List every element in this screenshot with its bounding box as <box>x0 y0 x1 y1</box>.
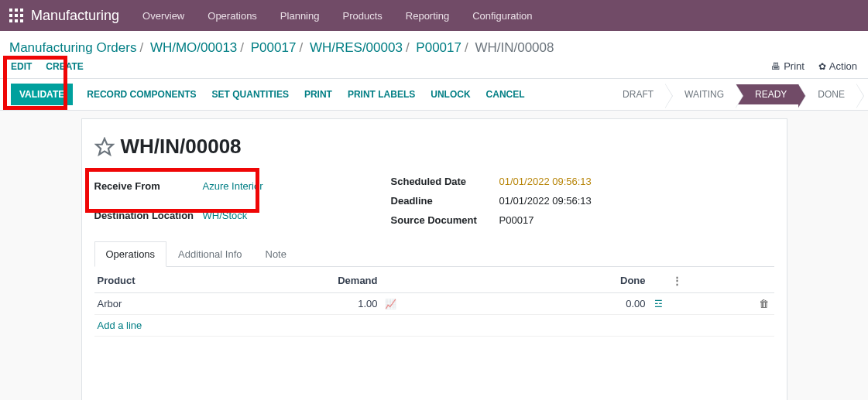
cell-product: Arbor <box>94 293 235 315</box>
tab-operations[interactable]: Operations <box>94 241 167 267</box>
print-label: Print <box>784 60 805 72</box>
th-demand: Demand <box>235 268 380 293</box>
app-title[interactable]: Manufacturing <box>31 8 119 24</box>
breadcrumb-current: WH/IN/00008 <box>475 40 554 55</box>
action-dropdown[interactable]: ✿Action <box>818 60 857 72</box>
breadcrumb: Manufacturing Orders/ WH/MO/00013/ P0001… <box>0 31 868 59</box>
print-button[interactable]: PRINT <box>304 89 332 100</box>
th-graph <box>381 268 401 293</box>
form-background: WH/IN/00008 Receive From Azure Interior … <box>0 111 868 400</box>
graph-icon: 📈 <box>385 299 396 309</box>
receive-from-value[interactable]: Azure Interior <box>203 180 263 192</box>
action-label: Action <box>829 60 857 72</box>
svg-rect-4 <box>15 14 18 17</box>
table-header-row: Product Demand Done ⋮ <box>94 268 774 293</box>
status-draft[interactable]: DRAFT <box>612 84 666 104</box>
top-menu: Overview Operations Planning Products Re… <box>142 10 532 22</box>
th-optional[interactable]: ⋮ <box>669 268 754 293</box>
apps-icon[interactable] <box>9 9 23 22</box>
breadcrumb-sep: / <box>465 40 468 55</box>
tabs: Operations Additional Info Note <box>94 241 774 267</box>
menu-configuration[interactable]: Configuration <box>472 10 532 22</box>
add-line-row[interactable]: Add a line <box>94 315 774 337</box>
edit-button[interactable]: EDIT <box>11 61 32 72</box>
status-bar: DRAFT WAITING READY DONE <box>612 84 857 104</box>
breadcrumb-item[interactable]: P00017 <box>416 40 461 55</box>
dest-location-value[interactable]: WH/Stock <box>203 210 263 221</box>
status-ready[interactable]: READY <box>736 84 799 104</box>
tab-additional-info[interactable]: Additional Info <box>166 241 253 267</box>
cancel-button[interactable]: CANCEL <box>486 89 525 100</box>
svg-rect-0 <box>9 9 12 12</box>
svg-rect-5 <box>20 14 23 17</box>
print-labels-button[interactable]: PRINT LABELS <box>348 89 415 100</box>
forecast-icon-cell[interactable]: 📈 <box>381 293 401 315</box>
details-icon-cell[interactable]: ☲ <box>649 293 669 315</box>
page-title: WH/IN/00008 <box>121 135 242 159</box>
svg-rect-8 <box>20 19 23 22</box>
scheduled-date-label: Scheduled Date <box>391 176 499 187</box>
breadcrumb-item[interactable]: Manufacturing Orders <box>9 40 136 55</box>
deadline-label: Deadline <box>391 195 499 207</box>
create-button[interactable]: CREATE <box>46 61 83 72</box>
breadcrumb-sep: / <box>406 40 410 55</box>
receive-from-label: Receive From <box>94 180 203 192</box>
record-components-button[interactable]: RECORD COMPONENTS <box>87 89 196 100</box>
menu-planning[interactable]: Planning <box>280 10 320 22</box>
cell-demand: 1.00 <box>235 293 380 315</box>
menu-reporting[interactable]: Reporting <box>406 10 449 22</box>
breadcrumb-item[interactable]: WH/MO/00013 <box>150 40 237 55</box>
add-line[interactable]: Add a line <box>94 315 774 337</box>
svg-rect-1 <box>15 9 18 12</box>
printer-icon: 🖶 <box>771 61 781 72</box>
unlock-button[interactable]: UNLOCK <box>431 89 470 100</box>
spacer <box>94 337 774 398</box>
validate-button[interactable]: VALIDATE <box>11 84 73 105</box>
svg-rect-6 <box>9 19 12 22</box>
menu-operations[interactable]: Operations <box>208 10 257 22</box>
svg-rect-7 <box>15 19 18 22</box>
source-doc-value: P00017 <box>499 214 592 226</box>
topbar: Manufacturing Overview Operations Planni… <box>0 0 868 31</box>
set-quantities-button[interactable]: SET QUANTITIES <box>212 89 289 100</box>
actions-row: EDIT CREATE 🖶Print ✿Action <box>0 59 868 78</box>
fields-left: Receive From Azure Interior Destination … <box>94 176 263 226</box>
breadcrumb-sep: / <box>299 40 303 55</box>
deadline-value: 01/01/2022 09:56:13 <box>499 195 592 207</box>
status-done[interactable]: DONE <box>799 84 857 104</box>
title-row: WH/IN/00008 <box>94 135 774 159</box>
print-dropdown[interactable]: 🖶Print <box>771 60 805 72</box>
menu-products[interactable]: Products <box>342 10 382 22</box>
scheduled-date-value: 01/01/2022 09:56:13 <box>499 176 592 187</box>
th-list <box>649 268 669 293</box>
tab-note[interactable]: Note <box>254 241 298 267</box>
th-done: Done <box>401 268 649 293</box>
cell-done: 0.00 <box>401 293 649 315</box>
gear-icon: ✿ <box>818 61 826 72</box>
breadcrumb-item[interactable]: P00017 <box>251 40 297 55</box>
status-waiting[interactable]: WAITING <box>666 84 736 104</box>
delete-row-cell[interactable]: 🗑 <box>754 293 774 315</box>
operations-table: Product Demand Done ⋮ Arbor 1.00 📈 0.00 … <box>94 268 774 337</box>
dest-location-label: Destination Location <box>94 210 203 221</box>
fields-area: Receive From Azure Interior Destination … <box>94 176 774 226</box>
svg-marker-9 <box>96 138 113 155</box>
svg-rect-3 <box>9 14 12 17</box>
breadcrumb-item[interactable]: WH/RES/00003 <box>310 40 403 55</box>
table-row[interactable]: Arbor 1.00 📈 0.00 ☲ 🗑 <box>94 293 774 315</box>
cell-spacer <box>669 293 754 315</box>
source-doc-label: Source Document <box>391 214 499 226</box>
star-icon[interactable] <box>94 137 115 157</box>
buttons-row: VALIDATE RECORD COMPONENTS SET QUANTITIE… <box>0 78 868 111</box>
th-trash <box>754 268 774 293</box>
fields-right: Scheduled Date 01/01/2022 09:56:13 Deadl… <box>391 176 592 226</box>
th-product: Product <box>94 268 235 293</box>
breadcrumb-sep: / <box>240 40 244 55</box>
list-icon: ☲ <box>654 299 663 309</box>
menu-overview[interactable]: Overview <box>142 10 184 22</box>
svg-rect-2 <box>20 9 23 12</box>
trash-icon: 🗑 <box>759 298 769 309</box>
form-sheet: WH/IN/00008 Receive From Azure Interior … <box>81 118 787 400</box>
breadcrumb-sep: / <box>139 40 143 55</box>
